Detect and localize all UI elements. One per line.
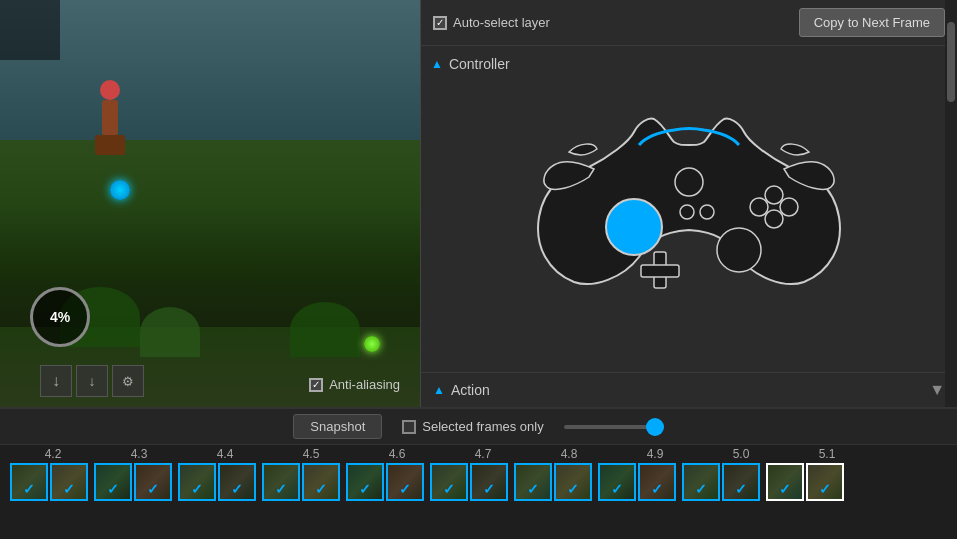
frame-thumb[interactable]: ✓ [682,463,720,501]
frame-number: 5.1 [784,447,870,461]
right-scrollbar[interactable] [945,0,957,407]
frame-number: 4.3 [96,447,182,461]
frame-checkmark: ✓ [695,481,707,497]
frame-checkmark: ✓ [359,481,371,497]
frame-thumb[interactable]: ✓ [722,463,760,501]
frame-checkmark: ✓ [735,481,747,497]
frame-group: ✓✓ [10,463,88,501]
anti-aliasing-row: ✓ Anti-aliasing [309,377,400,392]
frame-group: ✓✓ [598,463,676,501]
frame-number: 4.5 [268,447,354,461]
frame-thumb[interactable]: ✓ [50,463,88,501]
frame-number: 4.9 [612,447,698,461]
frame-group: ✓✓ [346,463,424,501]
selected-frames-row: Selected frames only [402,419,543,434]
frame-number: 4.8 [526,447,612,461]
selected-frames-label: Selected frames only [422,419,543,434]
controller-chevron-icon: ▲ [431,57,443,71]
svg-point-6 [750,198,768,216]
frame-checkmark: ✓ [23,481,35,497]
controller-header: ▲ Controller [431,56,947,72]
auto-select-row: ✓ Auto-select layer [433,15,550,30]
frame-checkmark: ✓ [231,481,243,497]
frame-thumb[interactable]: ✓ [346,463,384,501]
frame-thumb[interactable]: ✓ [178,463,216,501]
game-icon-3: ⚙ [112,365,144,397]
svg-point-8 [780,198,798,216]
game-icon-2: ↓ [76,365,108,397]
frame-thumb[interactable]: ✓ [766,463,804,501]
frame-checkmark: ✓ [779,481,791,497]
svg-point-0 [606,199,662,255]
frame-thumb[interactable]: ✓ [10,463,48,501]
frame-thumb[interactable]: ✓ [470,463,508,501]
frame-group: ✓✓ [178,463,256,501]
auto-select-label: Auto-select layer [453,15,550,30]
frame-checkmark: ✓ [275,481,287,497]
frame-thumb[interactable]: ✓ [218,463,256,501]
frame-checkmark: ✓ [443,481,455,497]
frame-group: ✓✓ [94,463,172,501]
frame-checkmark: ✓ [651,481,663,497]
frame-thumb[interactable]: ✓ [262,463,300,501]
controller-illustration [431,82,947,302]
right-panel: ✓ Auto-select layer Copy to Next Frame ▲… [421,0,957,407]
controller-svg [529,87,849,297]
svg-point-3 [717,228,761,272]
svg-rect-2 [641,265,679,277]
svg-point-5 [700,205,714,219]
auto-select-checkbox[interactable]: ✓ [433,16,447,30]
frame-group: ✓✓ [766,463,844,501]
timeline-section: Snapshot Selected frames only 4.24.34.44… [0,407,957,539]
frame-thumb[interactable]: ✓ [386,463,424,501]
frame-number: 4.2 [10,447,96,461]
frame-thumb[interactable]: ✓ [514,463,552,501]
frame-number: 4.6 [354,447,440,461]
frame-checkmark: ✓ [611,481,623,497]
action-dropdown-icon[interactable]: ▼ [929,381,945,399]
frame-thumb[interactable]: ✓ [134,463,172,501]
timeline-slider-thumb[interactable] [646,418,664,436]
frame-checkmark: ✓ [819,481,831,497]
frame-group: ✓✓ [262,463,340,501]
frame-checkmark: ✓ [107,481,119,497]
anti-aliasing-checkbox[interactable]: ✓ [309,378,323,392]
frame-thumb[interactable]: ✓ [302,463,340,501]
svg-point-10 [675,168,703,196]
frame-checkmark: ✓ [191,481,203,497]
frame-thumb[interactable]: ✓ [554,463,592,501]
scrollbar-thumb[interactable] [947,22,955,102]
action-header: ▲ Action [433,382,490,398]
frame-thumb[interactable]: ✓ [638,463,676,501]
frame-number: 4.4 [182,447,268,461]
frame-checkmark: ✓ [147,481,159,497]
frame-thumb[interactable]: ✓ [598,463,636,501]
controller-section: ▲ Controller [421,46,957,372]
selected-frames-checkbox[interactable] [402,420,416,434]
frame-checkmark: ✓ [527,481,539,497]
percentage-circle: 4% [30,287,90,347]
frame-checkmark: ✓ [483,481,495,497]
frame-thumb[interactable]: ✓ [430,463,468,501]
frame-thumb[interactable]: ✓ [806,463,844,501]
frames-strip: ✓✓✓✓✓✓✓✓✓✓✓✓✓✓✓✓✓✓✓✓ [0,461,957,503]
svg-point-4 [680,205,694,219]
right-top-bar: ✓ Auto-select layer Copy to Next Frame [421,0,957,46]
svg-point-9 [765,210,783,228]
anti-aliasing-label: Anti-aliasing [329,377,400,392]
frame-thumb[interactable]: ✓ [94,463,132,501]
timeline-slider[interactable] [564,425,664,429]
frame-checkmark: ✓ [567,481,579,497]
frame-checkmark: ✓ [315,481,327,497]
snapshot-button[interactable]: Snapshot [293,414,382,439]
blue-orb [110,180,130,200]
video-panel: 4% ↓ ↓ ⚙ ✓ Anti-aliasing [0,0,420,407]
frame-number: 5.0 [698,447,784,461]
game-icon-1: ↓ [40,365,72,397]
copy-to-next-frame-button[interactable]: Copy to Next Frame [799,8,945,37]
action-label: Action [451,382,490,398]
action-chevron-icon: ▲ [433,383,445,397]
frame-numbers-row: 4.24.34.44.54.64.74.84.95.05.1 [0,445,957,461]
game-icons-bar: ↓ ↓ ⚙ [40,365,144,397]
frame-checkmark: ✓ [63,481,75,497]
